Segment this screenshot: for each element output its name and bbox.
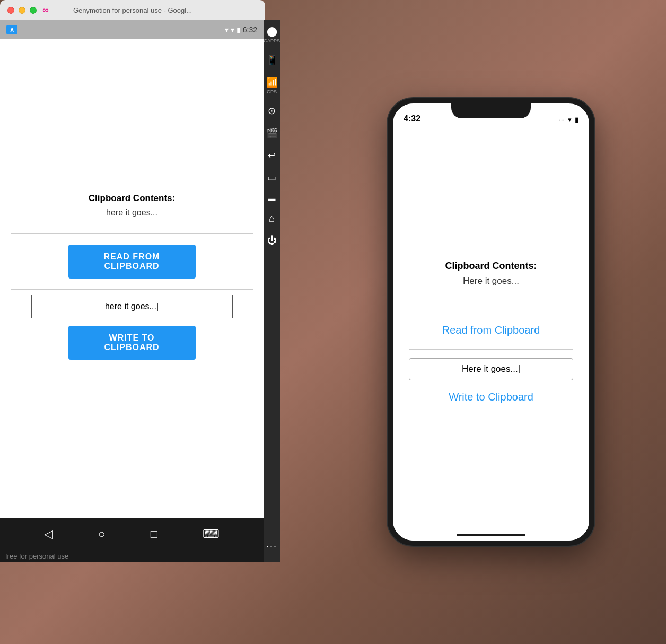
keyboard-button[interactable]: ⌨: [203, 527, 220, 541]
free-text: free for personal use: [0, 550, 265, 562]
ios-phone-wrapper: 4:32 ··· ▾ ▮ Clipboard Contents: Here it…: [316, 0, 666, 644]
ios-phone-inner: 4:32 ··· ▾ ▮ Clipboard Contents: Here it…: [393, 103, 589, 541]
ios-phone: 4:32 ··· ▾ ▮ Clipboard Contents: Here it…: [388, 98, 594, 546]
recents-button[interactable]: □: [151, 527, 157, 541]
ios-clipboard-label: Clipboard Contents:: [445, 260, 537, 272]
camera-icon[interactable]: ⊙: [268, 105, 276, 117]
wifi-icon: ▾: [225, 25, 229, 34]
window-title: Genymotion for personal use - Googl...: [73, 6, 192, 14]
ios-home-indicator: [457, 534, 525, 536]
back-sidebar-icon[interactable]: ↩: [268, 150, 276, 161]
close-button[interactable]: [7, 7, 14, 14]
android-write-input[interactable]: [31, 295, 233, 318]
minimize-button[interactable]: [19, 7, 25, 14]
write-to-clipboard-button[interactable]: WRITE TO CLIPBOARD: [68, 326, 196, 360]
mac-titlebar: ∞ Genymotion for personal use - Googl...: [0, 0, 265, 20]
android-statusbar: ∧ ▾ ▾ ▮ 6:32: [0, 20, 264, 39]
android-device: ∧ ▾ ▾ ▮ 6:32 Clipboard Contents: here it…: [0, 20, 265, 562]
ios-divider-2: [409, 349, 573, 350]
ios-signal-icon: ···: [559, 116, 565, 124]
genymotion-icon: ∞: [41, 5, 50, 15]
gps-label: GPS: [267, 89, 277, 94]
back-button[interactable]: ◁: [44, 527, 53, 541]
gps-icon[interactable]: 📶 GPS: [266, 76, 278, 94]
android-divider-2: [11, 289, 253, 290]
tablet-icon[interactable]: ▭: [267, 172, 276, 184]
ios-write-to-clipboard-button[interactable]: Write to Clipboard: [449, 387, 533, 407]
android-clipboard-label: Clipboard Contents:: [89, 193, 175, 204]
home-sidebar-icon[interactable]: ⌂: [269, 213, 275, 224]
android-clipboard-value: here it goes...: [106, 208, 157, 217]
android-emulator-window: ∞ Genymotion for personal use - Googl...…: [0, 0, 312, 562]
android-divider-1: [11, 233, 253, 234]
maximize-button[interactable]: [30, 7, 37, 14]
android-screen-area: ∧ ▾ ▾ ▮ 6:32 Clipboard Contents: here it…: [0, 20, 264, 562]
ios-notch: [451, 103, 531, 118]
status-right-icons: ▾ ▾ ▮ 6:32: [225, 25, 257, 34]
read-from-clipboard-button[interactable]: READ FROM CLIPBOARD: [68, 245, 196, 279]
ios-clipboard-value: Here it goes...: [463, 276, 519, 286]
android-sidebar: ⬤ GAPPS 📱 📶 GPS ⊙ 🎬 ↩ ▭ ▬: [264, 20, 280, 562]
android-time: 6:32: [243, 25, 257, 34]
ios-write-input[interactable]: [409, 358, 573, 380]
video-icon[interactable]: 🎬: [266, 127, 278, 139]
tablet2-icon[interactable]: ▬: [268, 194, 276, 203]
ios-divider-1: [409, 311, 573, 311]
power-icon[interactable]: ⏻: [267, 235, 277, 246]
android-bottom-nav: ◁ ○ □ ⌨: [0, 518, 264, 550]
signal-icon: ▾: [231, 25, 234, 34]
phone-icon[interactable]: 📱: [266, 54, 278, 66]
launcher-icon: ∧: [6, 25, 17, 34]
ios-app-content: Clipboard Contents: Here it goes... Read…: [393, 127, 589, 541]
ios-time: 4:32: [404, 114, 420, 124]
ios-battery-icon: ▮: [575, 116, 579, 124]
android-app-content: Clipboard Contents: here it goes... READ…: [0, 39, 264, 518]
ios-wifi-icon: ▾: [568, 116, 572, 124]
gapps-icon[interactable]: ⬤ GAPPS: [264, 25, 280, 43]
more-icon[interactable]: ···: [266, 541, 277, 557]
ios-read-from-clipboard-button[interactable]: Read from Clipboard: [442, 320, 540, 341]
battery-icon: ▮: [236, 25, 241, 34]
home-button[interactable]: ○: [98, 527, 105, 541]
gapps-label: GAPPS: [264, 38, 280, 43]
ios-status-icons: ··· ▾ ▮: [559, 116, 579, 124]
